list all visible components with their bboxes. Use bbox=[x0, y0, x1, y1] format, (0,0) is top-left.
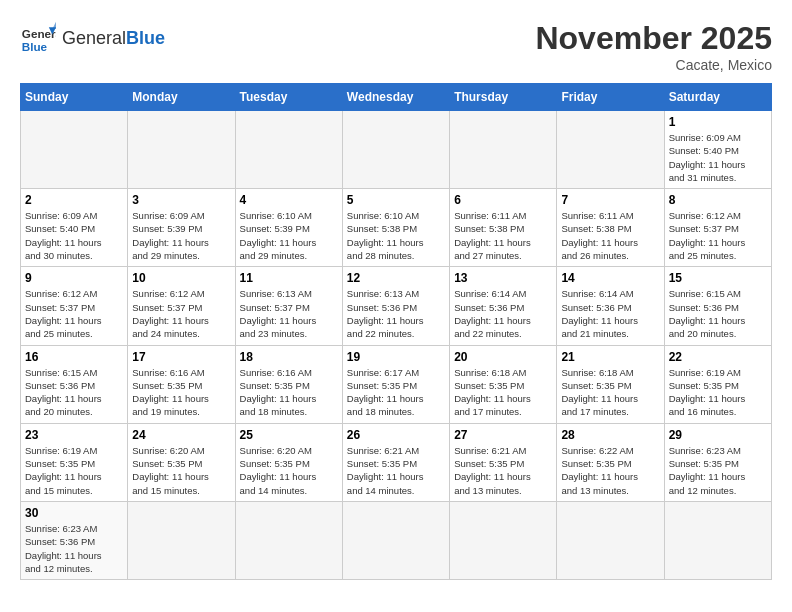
day-info: Sunrise: 6:20 AM Sunset: 5:35 PM Dayligh… bbox=[132, 444, 230, 497]
column-header-monday: Monday bbox=[128, 84, 235, 111]
calendar-cell bbox=[235, 501, 342, 579]
calendar-cell: 29Sunrise: 6:23 AM Sunset: 5:35 PM Dayli… bbox=[664, 423, 771, 501]
title-block: November 2025 Cacate, Mexico bbox=[535, 20, 772, 73]
calendar-cell: 9Sunrise: 6:12 AM Sunset: 5:37 PM Daylig… bbox=[21, 267, 128, 345]
calendar-cell: 17Sunrise: 6:16 AM Sunset: 5:35 PM Dayli… bbox=[128, 345, 235, 423]
day-number: 13 bbox=[454, 271, 552, 285]
calendar-cell: 6Sunrise: 6:11 AM Sunset: 5:38 PM Daylig… bbox=[450, 189, 557, 267]
day-info: Sunrise: 6:21 AM Sunset: 5:35 PM Dayligh… bbox=[347, 444, 445, 497]
day-info: Sunrise: 6:11 AM Sunset: 5:38 PM Dayligh… bbox=[454, 209, 552, 262]
day-info: Sunrise: 6:10 AM Sunset: 5:38 PM Dayligh… bbox=[347, 209, 445, 262]
calendar-week-row: 16Sunrise: 6:15 AM Sunset: 5:36 PM Dayli… bbox=[21, 345, 772, 423]
calendar-cell: 15Sunrise: 6:15 AM Sunset: 5:36 PM Dayli… bbox=[664, 267, 771, 345]
day-info: Sunrise: 6:12 AM Sunset: 5:37 PM Dayligh… bbox=[669, 209, 767, 262]
calendar-week-row: 1Sunrise: 6:09 AM Sunset: 5:40 PM Daylig… bbox=[21, 111, 772, 189]
day-number: 2 bbox=[25, 193, 123, 207]
calendar-cell: 20Sunrise: 6:18 AM Sunset: 5:35 PM Dayli… bbox=[450, 345, 557, 423]
day-info: Sunrise: 6:09 AM Sunset: 5:40 PM Dayligh… bbox=[669, 131, 767, 184]
day-number: 28 bbox=[561, 428, 659, 442]
column-header-friday: Friday bbox=[557, 84, 664, 111]
day-number: 11 bbox=[240, 271, 338, 285]
calendar-cell: 12Sunrise: 6:13 AM Sunset: 5:36 PM Dayli… bbox=[342, 267, 449, 345]
calendar-cell bbox=[21, 111, 128, 189]
calendar-cell: 22Sunrise: 6:19 AM Sunset: 5:35 PM Dayli… bbox=[664, 345, 771, 423]
day-info: Sunrise: 6:16 AM Sunset: 5:35 PM Dayligh… bbox=[240, 366, 338, 419]
month-title: November 2025 bbox=[535, 20, 772, 57]
day-number: 26 bbox=[347, 428, 445, 442]
calendar-cell: 4Sunrise: 6:10 AM Sunset: 5:39 PM Daylig… bbox=[235, 189, 342, 267]
day-info: Sunrise: 6:21 AM Sunset: 5:35 PM Dayligh… bbox=[454, 444, 552, 497]
calendar-table: SundayMondayTuesdayWednesdayThursdayFrid… bbox=[20, 83, 772, 580]
calendar-cell: 26Sunrise: 6:21 AM Sunset: 5:35 PM Dayli… bbox=[342, 423, 449, 501]
day-number: 6 bbox=[454, 193, 552, 207]
day-number: 21 bbox=[561, 350, 659, 364]
calendar-cell: 21Sunrise: 6:18 AM Sunset: 5:35 PM Dayli… bbox=[557, 345, 664, 423]
day-number: 16 bbox=[25, 350, 123, 364]
calendar-cell bbox=[450, 111, 557, 189]
calendar-cell: 8Sunrise: 6:12 AM Sunset: 5:37 PM Daylig… bbox=[664, 189, 771, 267]
day-info: Sunrise: 6:16 AM Sunset: 5:35 PM Dayligh… bbox=[132, 366, 230, 419]
day-number: 20 bbox=[454, 350, 552, 364]
calendar-header-row: SundayMondayTuesdayWednesdayThursdayFrid… bbox=[21, 84, 772, 111]
day-number: 10 bbox=[132, 271, 230, 285]
svg-text:Blue: Blue bbox=[22, 40, 48, 53]
day-info: Sunrise: 6:10 AM Sunset: 5:39 PM Dayligh… bbox=[240, 209, 338, 262]
day-number: 12 bbox=[347, 271, 445, 285]
day-info: Sunrise: 6:14 AM Sunset: 5:36 PM Dayligh… bbox=[454, 287, 552, 340]
day-number: 25 bbox=[240, 428, 338, 442]
day-number: 14 bbox=[561, 271, 659, 285]
day-info: Sunrise: 6:19 AM Sunset: 5:35 PM Dayligh… bbox=[669, 366, 767, 419]
calendar-cell: 30Sunrise: 6:23 AM Sunset: 5:36 PM Dayli… bbox=[21, 501, 128, 579]
calendar-cell bbox=[235, 111, 342, 189]
calendar-cell: 28Sunrise: 6:22 AM Sunset: 5:35 PM Dayli… bbox=[557, 423, 664, 501]
calendar-cell bbox=[128, 501, 235, 579]
day-info: Sunrise: 6:13 AM Sunset: 5:36 PM Dayligh… bbox=[347, 287, 445, 340]
day-number: 30 bbox=[25, 506, 123, 520]
day-info: Sunrise: 6:09 AM Sunset: 5:40 PM Dayligh… bbox=[25, 209, 123, 262]
calendar-cell: 11Sunrise: 6:13 AM Sunset: 5:37 PM Dayli… bbox=[235, 267, 342, 345]
day-number: 19 bbox=[347, 350, 445, 364]
column-header-tuesday: Tuesday bbox=[235, 84, 342, 111]
day-number: 15 bbox=[669, 271, 767, 285]
calendar-cell: 2Sunrise: 6:09 AM Sunset: 5:40 PM Daylig… bbox=[21, 189, 128, 267]
calendar-cell bbox=[557, 501, 664, 579]
day-number: 18 bbox=[240, 350, 338, 364]
calendar-week-row: 23Sunrise: 6:19 AM Sunset: 5:35 PM Dayli… bbox=[21, 423, 772, 501]
calendar-cell bbox=[342, 111, 449, 189]
column-header-sunday: Sunday bbox=[21, 84, 128, 111]
calendar-cell: 14Sunrise: 6:14 AM Sunset: 5:36 PM Dayli… bbox=[557, 267, 664, 345]
day-number: 23 bbox=[25, 428, 123, 442]
calendar-cell: 19Sunrise: 6:17 AM Sunset: 5:35 PM Dayli… bbox=[342, 345, 449, 423]
calendar-cell: 16Sunrise: 6:15 AM Sunset: 5:36 PM Dayli… bbox=[21, 345, 128, 423]
day-number: 5 bbox=[347, 193, 445, 207]
calendar-cell bbox=[128, 111, 235, 189]
logo: General Blue GeneralBlue bbox=[20, 20, 165, 56]
day-number: 24 bbox=[132, 428, 230, 442]
day-info: Sunrise: 6:18 AM Sunset: 5:35 PM Dayligh… bbox=[454, 366, 552, 419]
day-info: Sunrise: 6:12 AM Sunset: 5:37 PM Dayligh… bbox=[132, 287, 230, 340]
calendar-cell bbox=[557, 111, 664, 189]
calendar-cell: 1Sunrise: 6:09 AM Sunset: 5:40 PM Daylig… bbox=[664, 111, 771, 189]
location: Cacate, Mexico bbox=[535, 57, 772, 73]
day-info: Sunrise: 6:22 AM Sunset: 5:35 PM Dayligh… bbox=[561, 444, 659, 497]
day-number: 9 bbox=[25, 271, 123, 285]
day-number: 3 bbox=[132, 193, 230, 207]
day-info: Sunrise: 6:13 AM Sunset: 5:37 PM Dayligh… bbox=[240, 287, 338, 340]
calendar-cell: 10Sunrise: 6:12 AM Sunset: 5:37 PM Dayli… bbox=[128, 267, 235, 345]
column-header-saturday: Saturday bbox=[664, 84, 771, 111]
day-number: 1 bbox=[669, 115, 767, 129]
calendar-week-row: 2Sunrise: 6:09 AM Sunset: 5:40 PM Daylig… bbox=[21, 189, 772, 267]
day-info: Sunrise: 6:18 AM Sunset: 5:35 PM Dayligh… bbox=[561, 366, 659, 419]
calendar-cell: 3Sunrise: 6:09 AM Sunset: 5:39 PM Daylig… bbox=[128, 189, 235, 267]
calendar-cell bbox=[450, 501, 557, 579]
day-info: Sunrise: 6:17 AM Sunset: 5:35 PM Dayligh… bbox=[347, 366, 445, 419]
day-info: Sunrise: 6:12 AM Sunset: 5:37 PM Dayligh… bbox=[25, 287, 123, 340]
day-number: 7 bbox=[561, 193, 659, 207]
day-number: 17 bbox=[132, 350, 230, 364]
calendar-cell bbox=[342, 501, 449, 579]
logo-icon: General Blue bbox=[20, 20, 56, 56]
calendar-cell: 18Sunrise: 6:16 AM Sunset: 5:35 PM Dayli… bbox=[235, 345, 342, 423]
calendar-cell: 25Sunrise: 6:20 AM Sunset: 5:35 PM Dayli… bbox=[235, 423, 342, 501]
day-info: Sunrise: 6:11 AM Sunset: 5:38 PM Dayligh… bbox=[561, 209, 659, 262]
calendar-cell: 27Sunrise: 6:21 AM Sunset: 5:35 PM Dayli… bbox=[450, 423, 557, 501]
